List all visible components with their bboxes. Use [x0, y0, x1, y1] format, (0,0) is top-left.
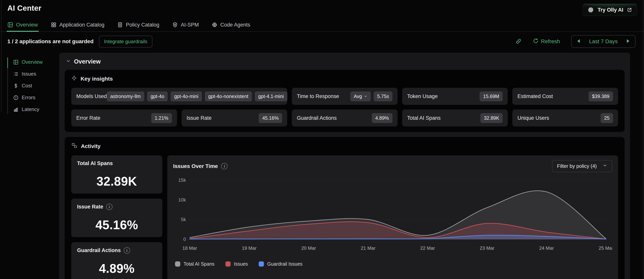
chevron-down-icon	[602, 163, 607, 169]
integrate-guardrails-button[interactable]: Integrate guardrails	[99, 36, 152, 48]
sidebar-item-issues[interactable]: Issues	[7, 68, 59, 80]
svg-text:21 Mar: 21 Mar	[361, 245, 376, 251]
sidebar-item-label: Issues	[22, 71, 36, 77]
window-edge-left	[1, 0, 2, 112]
chevron-down-icon	[364, 94, 367, 99]
metric-value-badge: 15.69M	[480, 91, 503, 101]
metric-value-badge: 5.75s	[374, 91, 392, 101]
document-icon	[117, 22, 123, 28]
sidebar-item-label: Overview	[22, 59, 42, 65]
sidebar: Overview Issues Cost Errors Latency	[0, 53, 59, 279]
legend-swatch	[259, 261, 264, 266]
chip-icon	[212, 22, 218, 28]
layout-icon	[7, 22, 13, 28]
refresh-button[interactable]: Refresh	[532, 38, 561, 45]
error-rate-card: Error Rate 1.21%	[71, 109, 177, 127]
overview-panel-title: Overview	[74, 58, 101, 65]
metric-value-badge: 4.89%	[372, 113, 392, 123]
tab-overview[interactable]: Overview	[7, 18, 38, 31]
prev-range-arrow-icon[interactable]	[576, 38, 580, 45]
metric-value-badge: 1.21%	[151, 113, 172, 123]
time-to-response-card: Time to Response Avg 5.75s	[292, 88, 398, 105]
legend-item-total-ai-spans: Total AI Spans	[175, 261, 214, 267]
date-range-picker[interactable]: Last 7 Days	[571, 35, 636, 48]
issues-over-time-chart: 05k10k15k18 Mar19 Mar20 Mar21 Mar22 Mar2…	[173, 173, 612, 259]
metric-label: Token Usage	[407, 93, 438, 99]
stat-value: 4.89%	[77, 261, 156, 276]
tab-application-catalog[interactable]: Application Catalog	[51, 18, 104, 31]
sidebar-item-cost[interactable]: Cost	[7, 80, 59, 92]
stat-card-total-ai-spans: Total AI Spans 32.89K	[71, 155, 162, 194]
external-link-icon	[627, 7, 632, 13]
tab-policy-catalog[interactable]: Policy Catalog	[117, 18, 159, 31]
info-icon[interactable]: i	[106, 204, 112, 210]
workflow-icon	[71, 142, 78, 150]
sidebar-item-overview[interactable]: Overview	[7, 56, 59, 68]
sidebar-item-errors[interactable]: Errors	[7, 92, 59, 103]
model-badge: astronomy-llm	[107, 91, 144, 101]
svg-text:23 Mar: 23 Mar	[480, 245, 494, 251]
overview-panel-header[interactable]: Overview	[65, 57, 625, 70]
metric-value-badge: 45.16%	[259, 113, 282, 123]
tab-label: Policy Catalog	[126, 22, 159, 28]
top-bar: AI Center Try Olly AI	[0, 0, 644, 17]
estimated-cost-card: Estimated Cost $39.389	[512, 88, 618, 105]
model-badge: gpt-4o-nonexistent	[205, 91, 252, 101]
sidebar-item-latency[interactable]: Latency	[7, 103, 59, 115]
stat-value: 45.16%	[77, 218, 156, 232]
svg-text:0: 0	[183, 236, 186, 242]
legend-swatch	[175, 261, 180, 266]
model-badge: gpt-4o	[147, 91, 168, 101]
try-olly-ai-label: Try Olly AI	[598, 7, 623, 13]
metric-label: Total AI Spans	[407, 115, 441, 121]
date-range-label: Last 7 Days	[589, 38, 618, 45]
key-insights-section: Key insights Models Used astronomy-llm g…	[65, 70, 625, 132]
tab-code-agents[interactable]: Code Agents	[212, 18, 250, 31]
chart-legend: Total AI Spans Issues Guardrail Issues	[173, 259, 612, 268]
tab-label: Code Agents	[220, 22, 250, 28]
filter-by-policy-select[interactable]: Filter by policy (4)	[552, 160, 612, 172]
sidebar-item-label: Cost	[22, 83, 32, 89]
metric-label: Guardrail Actions	[297, 115, 337, 121]
issues-over-time-card: Issues Over Time i Filter by policy (4) …	[167, 155, 618, 279]
page-title: AI Center	[7, 4, 42, 13]
info-icon[interactable]: i	[124, 247, 130, 254]
metric-value-badge: 32.89K	[480, 113, 503, 123]
model-badge: gpt-4.1-mini	[255, 91, 287, 101]
metric-label: Estimated Cost	[517, 93, 553, 99]
svg-text:20 Mar: 20 Mar	[301, 245, 316, 251]
sub-header: 1 / 2 applications are not guarded Integ…	[0, 32, 644, 51]
svg-text:5k: 5k	[181, 217, 186, 222]
tab-ai-spm[interactable]: AI-SPM	[172, 18, 199, 31]
try-olly-ai-button[interactable]: Try Olly AI	[582, 4, 637, 16]
chevron-down-icon	[66, 58, 71, 65]
models-used-card: Models Used astronomy-llm gpt-4o gpt-4o-…	[71, 88, 287, 105]
window-edge-right	[643, 0, 644, 279]
guard-status-text: 1 / 2 applications are not guarded	[7, 38, 94, 45]
total-ai-spans-card: Total AI Spans 32.89K	[402, 109, 508, 127]
legend-item-guardrail-issues: Guardrail Issues	[259, 261, 302, 267]
activity-heading: Activity	[81, 143, 100, 149]
legend-swatch	[226, 261, 230, 266]
dollar-icon	[13, 83, 18, 89]
next-range-arrow-icon[interactable]	[626, 38, 630, 45]
activity-section: Activity Total AI Spans 32.89K Issue Rat…	[65, 137, 625, 279]
chart-title: Issues Over Time	[173, 163, 218, 169]
metric-label: Issue Rate	[187, 115, 212, 121]
stat-value: 32.89K	[77, 174, 156, 188]
metric-value-badge: 25	[601, 113, 613, 123]
info-icon[interactable]: i	[221, 163, 228, 169]
layout-icon	[13, 60, 18, 65]
olly-sparkle-icon	[588, 7, 594, 13]
stat-card-guardrail-actions: Guardrail Actions i 4.89%	[71, 242, 162, 279]
svg-text:15k: 15k	[178, 177, 186, 183]
model-badge: gpt-4o-mini	[170, 91, 202, 101]
tab-label: Application Catalog	[60, 22, 104, 28]
copy-link-button[interactable]	[516, 38, 522, 45]
aggregation-select[interactable]: Avg	[350, 91, 371, 101]
legend-item-issues: Issues	[226, 261, 248, 267]
guardrail-actions-card: Guardrail Actions 4.89%	[292, 109, 398, 127]
metric-label: Error Rate	[76, 115, 100, 121]
tab-bar: Overview Application Catalog Policy Cata…	[0, 18, 644, 32]
overview-panel: Overview Key insights Models Used astron…	[59, 53, 630, 279]
